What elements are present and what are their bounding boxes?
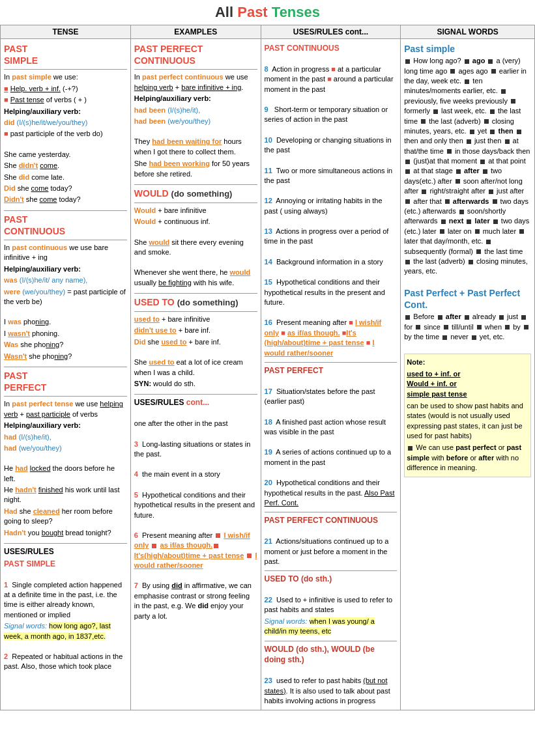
pp-desc2: Helping/auxiliary verb: bbox=[4, 421, 127, 430]
header-tense: TENSE bbox=[1, 25, 131, 39]
uses-rule22: 22 Used to + infinitive is used to refer… bbox=[265, 595, 398, 615]
uses-rule21: 21 Actions/situations continued up to a … bbox=[265, 537, 398, 567]
pc-ex2: I wasn't phoning. bbox=[4, 329, 127, 339]
uses-rule17: 17 Situation/states before the past (ear… bbox=[265, 387, 398, 407]
main-table: TENSE EXAMPLES USES/RULES cont... SIGNAL… bbox=[0, 25, 535, 710]
rule1-signal: Signal words: how long ago?, last week, … bbox=[4, 621, 127, 641]
pc-desc3: was (I/(s)he/it/ any name), bbox=[4, 275, 127, 285]
uses-rule20: 20 Hypothetical conditions and their hyp… bbox=[265, 478, 398, 508]
ex-rule3: 3 Long-lasting situations or states in t… bbox=[134, 440, 257, 460]
ppc-desc3: had been (I/(s)he/it), bbox=[134, 105, 257, 115]
uses-column: PAST CONTINUOUS 8 Action in progress ■ a… bbox=[261, 39, 401, 710]
pc-desc1: In past continuous we use bare infinitiv… bbox=[4, 243, 127, 263]
past-continuous-title: PASTCONTINUOUS bbox=[4, 214, 127, 237]
uses-rule9: 9 Short-term or temporary situation or s… bbox=[265, 105, 398, 125]
ppc-desc2: Helping/auxiliary verb: bbox=[134, 94, 257, 104]
rule1-num: 1 Single completed action happened at a … bbox=[4, 580, 127, 621]
pc-ex4: Wasn't she phoning? bbox=[4, 352, 127, 361]
past-perfect-title: PASTPERFECT bbox=[4, 370, 127, 393]
uses-rule18: 18 A finished past action whose result w… bbox=[265, 417, 398, 438]
used-to-syn: SYN: would do sth. bbox=[134, 379, 257, 389]
uses-rule19: 19 A series of actions continued up to a… bbox=[265, 447, 398, 468]
header-uses: USES/RULES cont... bbox=[261, 25, 401, 39]
used-to-title: USED TO (do something) bbox=[134, 296, 257, 309]
uses-rules-cont-header: USES/RULES cont... bbox=[134, 397, 257, 408]
title-all: All bbox=[215, 4, 233, 20]
uses-ppc-title: PAST PERFECT CONTINUOUS bbox=[265, 515, 398, 526]
uses-rule10: 10 Developing or changing situations in … bbox=[265, 135, 398, 156]
signal-pp-title: Past Perfect + Past Perfect Cont. bbox=[404, 287, 531, 311]
ex-rule-one: one after the other in the past bbox=[134, 419, 257, 428]
ps-desc2: ■ Help. verb + inf. (-+?) bbox=[4, 84, 127, 94]
pp-ex3: Had she cleaned her room before going to… bbox=[4, 507, 127, 527]
ppc-ex1: They had been waiting for hours when I g… bbox=[134, 137, 257, 157]
title-past: Past bbox=[237, 4, 267, 20]
uses-rule8: 8 Action in progress ■ at a particular m… bbox=[265, 64, 398, 94]
uses-would-title: WOULD (do sth.), WOULD (be doing sth.) bbox=[265, 644, 398, 666]
header-signal: SIGNAL WORDS bbox=[401, 25, 535, 39]
pp-ex1: He had locked the doors before he left. bbox=[4, 464, 127, 484]
ps-ex3: She did come late. bbox=[4, 173, 127, 182]
ex-rule5: 5 Hypothetical conditions and their hypo… bbox=[134, 490, 257, 520]
uses-rules-ps-subtitle: PAST SIMPLE bbox=[4, 559, 127, 570]
note-title: Note: bbox=[407, 357, 528, 367]
tense-column: PASTSIMPLE In past simple we use: ■ Help… bbox=[1, 39, 131, 710]
used-to-desc1: used to + bare infinitive bbox=[134, 315, 257, 324]
ps-desc1: In past simple we use: bbox=[4, 72, 127, 82]
would-title: WOULD (do something) bbox=[134, 188, 257, 200]
uses-rule15: 15 Hypothetical conditions and their hyp… bbox=[265, 277, 398, 307]
ppc-desc1: In past perfect continuous we use helpin… bbox=[134, 72, 257, 92]
used-to-desc3: Did she used to + bare inf. bbox=[134, 337, 257, 347]
header-examples: EXAMPLES bbox=[130, 25, 261, 39]
uses-pc-title: PAST CONTINUOUS bbox=[265, 43, 398, 54]
ps-desc3: ■ Past tense of verbs ( + ) bbox=[4, 95, 127, 105]
signal-ps-items: How long ago? ago a (very) long time ago… bbox=[404, 56, 531, 277]
ex-rule7: 7 By using did in affirmative, we can em… bbox=[134, 581, 257, 621]
ps-desc4: Helping/auxiliary verb: bbox=[4, 107, 127, 117]
pc-desc2: Helping/auxiliary verb: bbox=[4, 264, 127, 274]
ppc-title: PAST PERFECT CONTINUOUS bbox=[134, 43, 257, 66]
content-row: PASTSIMPLE In past simple we use: ■ Help… bbox=[1, 39, 535, 710]
note-text3: We can use past perfect or past simple w… bbox=[407, 443, 528, 473]
ppc-desc4: had been (we/you/they) bbox=[134, 117, 257, 126]
uses-rule11: 11 Two or more simultaneous actions in t… bbox=[265, 166, 398, 186]
would-desc2: Would + continuous inf. bbox=[134, 217, 257, 227]
uses-used-to-title: USED TO (do sth.) bbox=[265, 574, 398, 585]
page-title: All Past Tenses bbox=[0, 0, 535, 25]
uses-rule22-signal: Signal words: when I was young/ a child/… bbox=[265, 617, 398, 637]
pc-ex3: Was she phoning? bbox=[4, 340, 127, 350]
past-simple-title: PASTSIMPLE bbox=[4, 43, 127, 66]
note-box: Note: used to + inf. or Would + inf. ors… bbox=[404, 354, 531, 477]
note-text2: can be used to show past habits and stat… bbox=[407, 401, 528, 441]
ex-rule4: 4 the main event in a story bbox=[134, 469, 257, 479]
ps-ex2: She didn't come. bbox=[4, 161, 127, 171]
signal-ps-title: Past simple bbox=[404, 43, 531, 55]
pc-ex1: I was phoning. bbox=[4, 317, 127, 327]
pp-ex4: Hadn't you bought bread tonight? bbox=[4, 528, 127, 538]
would-ex1: She would sit there every evening and sm… bbox=[134, 238, 257, 258]
signal-column: Past simple How long ago? ago a (very) l… bbox=[401, 39, 535, 710]
uses-rule23: 23 used to refer to past habits (but not… bbox=[265, 676, 398, 706]
uses-rule13: 13 Actions in progress over a period of … bbox=[265, 227, 398, 247]
note-text1: used to + inf. or Would + inf. orsimple … bbox=[407, 369, 528, 399]
would-desc1: Would + bare infinitive bbox=[134, 206, 257, 216]
uses-rule12: 12 Annoying or irritating habits in the … bbox=[265, 196, 398, 216]
examples-column: PAST PERFECT CONTINUOUS In past perfect … bbox=[130, 39, 261, 710]
rule2: 2 Repeated or habitual actions in the pa… bbox=[4, 652, 127, 672]
pp-ex2: He hadn't finished his work until last n… bbox=[4, 485, 127, 505]
used-to-ex1: She used to eat a lot of ice cream when … bbox=[134, 357, 257, 378]
header-row: TENSE EXAMPLES USES/RULES cont... SIGNAL… bbox=[1, 25, 535, 39]
uses-rules-header: USES/RULES bbox=[4, 546, 127, 557]
ex-rule6: 6 Present meaning after I wish/if only a… bbox=[134, 531, 257, 571]
pp-desc4: had (we/you/they) bbox=[4, 443, 127, 453]
pp-desc1: In past perfect tense we use helping ver… bbox=[4, 399, 127, 419]
used-to-desc2: didn't use to + bare inf. bbox=[134, 326, 257, 335]
uses-rule14: 14 Background information in a story bbox=[265, 257, 398, 267]
pp-desc3: had (I/(s)he/it), bbox=[4, 432, 127, 442]
ps-desc5: did (I/(s)he/it/we/you/they) bbox=[4, 118, 127, 128]
title-tenses: Tenses bbox=[272, 4, 320, 20]
uses-pp-title: PAST PERFECT bbox=[265, 365, 398, 376]
ps-ex4: Did she come today? bbox=[4, 184, 127, 193]
ps-ex1: She came yesterday. bbox=[4, 150, 127, 160]
signal-pp-items: Before after already just for since till… bbox=[404, 312, 531, 342]
